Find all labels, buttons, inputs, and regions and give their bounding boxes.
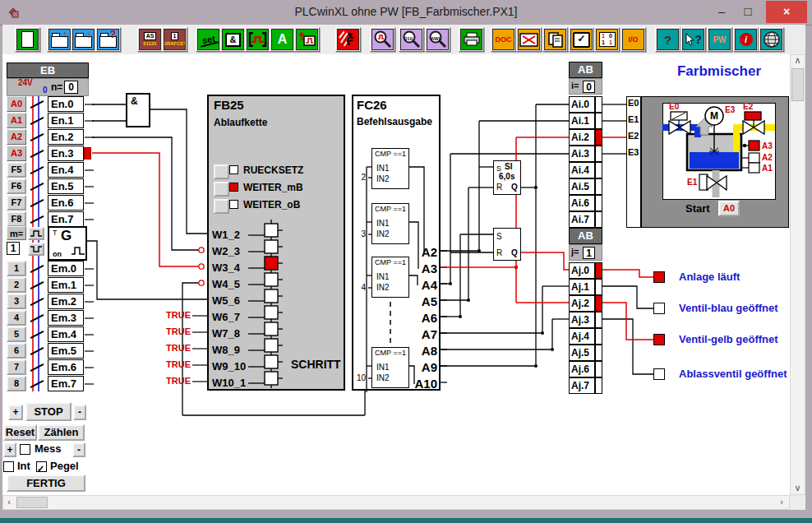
io-button[interactable]: I/O — [621, 27, 646, 52]
eb-switch-En.4[interactable] — [26, 162, 48, 178]
eb-m-value[interactable]: 1 — [7, 242, 20, 255]
eb-port-F7[interactable]: F7 — [7, 195, 26, 211]
print-button[interactable] — [459, 27, 484, 52]
maximize-button[interactable]: □ — [738, 3, 758, 20]
eb-port-m2[interactable]: 2 — [7, 277, 26, 293]
eb-port-m6[interactable]: 6 — [7, 343, 26, 359]
pulse-generator-block[interactable]: T G on — [48, 226, 87, 261]
speed-minus-button[interactable]: - — [73, 405, 86, 420]
eb-switch-Em.4[interactable] — [26, 326, 48, 342]
eb-port-m7[interactable]: 7 — [7, 359, 26, 375]
open-file-button[interactable]: ↑ — [47, 27, 72, 52]
help-button[interactable]: ? — [655, 27, 681, 52]
eb-switch-Em.2[interactable] — [26, 294, 48, 309]
save-file-button[interactable]: ↓ — [71, 27, 96, 52]
run-button[interactable] — [335, 27, 361, 52]
set-tool-button[interactable]: set — [196, 27, 221, 52]
eb-port-A2[interactable]: A2 — [7, 129, 26, 145]
doc-button[interactable]: DOC — [491, 27, 516, 52]
close-button[interactable]: × — [766, 1, 807, 23]
as61131-button[interactable]: AS61131 — [137, 27, 163, 52]
eb-switch-Em.1[interactable] — [26, 277, 48, 293]
flag-button-WEITER_mB[interactable] — [214, 182, 229, 197]
options-check-button[interactable]: ✓ — [569, 27, 594, 52]
delete-mail-button[interactable] — [516, 27, 542, 52]
speed-plus-button[interactable]: + — [8, 405, 23, 420]
mess-minus-button[interactable]: - — [72, 442, 85, 457]
eb-port-m4[interactable]: 4 — [7, 310, 26, 326]
eb-n-value[interactable]: 0 — [64, 81, 78, 94]
eb-port-m8[interactable]: 8 — [7, 376, 26, 391]
eb-port-A1[interactable]: A1 — [7, 113, 26, 128]
scroll-up-arrow[interactable]: ∧ — [790, 54, 805, 67]
eb-switch-Em.3[interactable] — [26, 310, 48, 326]
flag-button-WEITER_oB[interactable] — [214, 199, 229, 214]
step-bracket-tool-button[interactable] — [245, 27, 270, 52]
flag-button-RUECKSETZ[interactable] — [214, 164, 229, 179]
sr-flipflop-block[interactable]: S R Q — [493, 228, 521, 261]
eb-port-m3[interactable]: 3 — [7, 294, 26, 309]
eb-port-A0[interactable]: A0 — [7, 96, 26, 112]
eb-switch-Em.6[interactable] — [26, 359, 48, 375]
eb-port-F6[interactable]: F6 — [7, 178, 26, 194]
fc26-block[interactable]: FC26 Befehlsausgabe CMP ==1 IN1 IN2 CMP … — [352, 95, 441, 391]
int-checkbox[interactable] — [3, 461, 14, 472]
trigger-select-button-2[interactable] — [28, 243, 44, 256]
scroll-right-arrow[interactable]: › — [776, 496, 787, 509]
fb25-block[interactable]: FB25 Ablaufkette RUECKSETZWEITER_mBWEITE… — [207, 95, 345, 391]
flag-checkbox-RUECKSETZ[interactable] — [229, 165, 238, 174]
eb-switch-Em.0[interactable] — [26, 261, 48, 276]
ab-index-value[interactable]: 0 — [583, 81, 595, 93]
copy-button[interactable] — [542, 27, 568, 52]
eb-switch-En.1[interactable] — [26, 113, 48, 128]
eb-port-m5[interactable]: 5 — [7, 326, 26, 342]
pulse-box-tool-button[interactable] — [294, 27, 320, 52]
flag-checkbox-WEITER_mB[interactable] — [229, 183, 238, 192]
eb-port-A3[interactable]: A3 — [7, 146, 26, 161]
eb-port-m1[interactable]: 1 — [7, 261, 26, 276]
eb-port-F8[interactable]: F8 — [7, 211, 26, 227]
scroll-down-arrow[interactable]: ∨ — [790, 482, 805, 494]
text-tool-button[interactable]: A — [270, 27, 295, 52]
horizontal-scroll-thumb[interactable] — [16, 497, 48, 508]
eb-switch-En.7[interactable] — [26, 211, 48, 227]
flag-checkbox-WEITER_oB[interactable] — [229, 200, 238, 209]
zoom-pulse-button[interactable] — [370, 27, 395, 52]
new-file-button[interactable] — [15, 27, 40, 52]
web-button[interactable] — [759, 27, 784, 52]
reset-button[interactable]: Reset — [3, 424, 37, 441]
info-button[interactable]: i — [733, 27, 759, 52]
timer-si-block[interactable]: S SI 6,0s R Q — [493, 160, 521, 195]
eb-port-F5[interactable]: F5 — [7, 162, 26, 178]
vertical-scrollbar[interactable] — [790, 54, 805, 495]
and-gate-tool-button[interactable]: & — [220, 27, 246, 52]
stop-button[interactable]: STOP — [25, 402, 72, 421]
mess-plus-button[interactable]: + — [3, 442, 16, 457]
start-a0-button[interactable]: A0 — [718, 201, 740, 216]
and-gate-block[interactable]: & — [126, 93, 150, 127]
minimize-button[interactable]: – — [712, 3, 731, 20]
eb-switch-En.3[interactable] — [26, 146, 48, 161]
scroll-left-arrow[interactable]: ‹ — [3, 496, 15, 509]
open-question-button[interactable]: ? — [95, 27, 121, 52]
horizontal-scrollbar[interactable] — [2, 495, 790, 510]
eb-switch-En.0[interactable] — [26, 96, 48, 112]
pegel-checkbox[interactable] — [36, 461, 47, 472]
mess-checkbox[interactable] — [20, 444, 30, 455]
trigger-select-button-1[interactable] — [28, 227, 44, 240]
zaehlen-button[interactable]: Zählen — [38, 424, 85, 441]
eb-switch-En.5[interactable] — [26, 178, 48, 194]
eb-switch-En.6[interactable] — [26, 195, 48, 211]
binary-grid-button[interactable]: 1011 — [594, 27, 620, 52]
vertical-scroll-thumb[interactable] — [791, 68, 804, 101]
eb-switch-Em.5[interactable] — [26, 343, 48, 359]
zoom-binary-button[interactable]: 010 — [399, 27, 424, 52]
eb-switch-En.2[interactable] — [26, 129, 48, 145]
context-help-button[interactable]: ? — [681, 27, 706, 52]
ab-index-value[interactable]: 1 — [583, 247, 595, 259]
password-button[interactable]: PW — [707, 27, 732, 52]
zoom-awl-button[interactable]: AWL — [425, 27, 450, 52]
grafcet-button[interactable]: 1GRAFCET — [162, 27, 187, 52]
eb-switch-Em.7[interactable] — [26, 376, 48, 391]
fertig-button[interactable]: FERTIG — [7, 474, 85, 492]
